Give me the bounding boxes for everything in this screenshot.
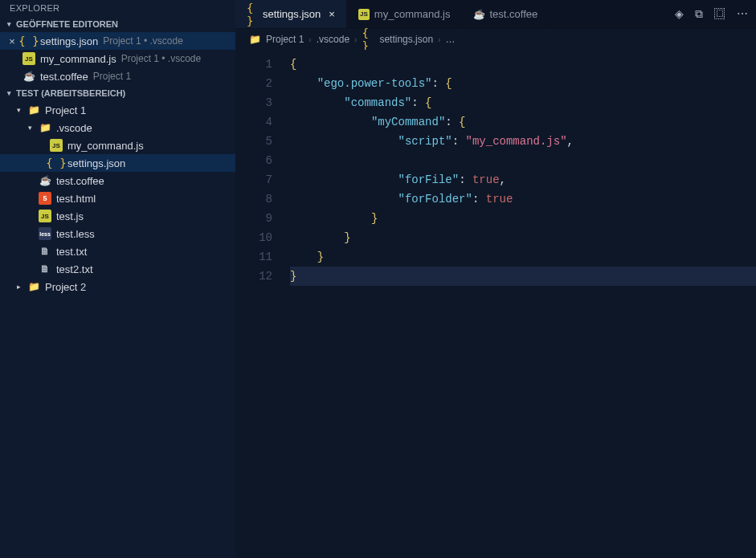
breadcrumb-item[interactable]: settings.json [379,34,433,45]
line-number: 11 [235,247,272,267]
code-line[interactable]: } [290,247,756,267]
workspace-header[interactable]: ▾ TEST (ARBEITSBEREICH) [0,85,235,101]
line-number: 8 [235,189,272,209]
code-line[interactable]: } [290,228,756,247]
breadcrumb-item[interactable]: Project 1 [266,34,304,45]
chevron-right-icon: › [354,35,357,44]
tree-folder[interactable]: ▾📁Project 1 [0,101,235,119]
open-editor-item[interactable]: ×JSmy_command.jsProject 1 • .vscode [0,50,235,67]
code-line[interactable]: "forFile": true, [290,170,756,189]
explorer-sidebar: EXPLORER ▾ GEÖFFNETE EDITOREN ×{ }settin… [0,0,235,558]
file-name: test.coffee [40,71,88,83]
line-number: 1 [235,55,272,74]
breadcrumb-item[interactable]: .vscode [317,34,349,45]
js-icon: JS [22,52,35,65]
tree-file[interactable]: 🗎test.txt [0,242,235,260]
code-line[interactable]: "forFolder": true [290,189,756,209]
node-label: test.html [56,193,96,205]
code-line[interactable]: "commands": { [290,93,756,112]
line-number: 12 [235,267,272,286]
node-label: test2.txt [56,263,93,275]
open-editor-item[interactable]: ×{ }settings.jsonProject 1 • .vscode [0,32,235,50]
code-line[interactable]: "ego.power-tools": { [290,74,756,93]
explorer-title: EXPLORER [0,0,235,16]
line-number: 10 [235,228,272,247]
js-icon: JS [39,210,51,222]
tree-folder[interactable]: ▸📁Project 2 [0,278,235,295]
chevron-right-icon: ▸ [14,283,22,291]
editor-tab[interactable]: JSmy_command.js [347,0,463,28]
tree-file[interactable]: { }settings.json [0,154,235,172]
line-number: 9 [235,209,272,228]
title-action-icon[interactable]: ⧉ [695,7,703,21]
title-action-icon[interactable]: ⋯ [737,7,748,21]
file-subpath: Project 1 [93,71,131,82]
code-line[interactable]: } [290,209,756,228]
code-line[interactable]: "myCommand": { [290,112,756,132]
folder-root-icon: 📁 [27,104,40,116]
tree-file[interactable]: ☕test.coffee [0,172,235,189]
tree-file[interactable]: 🗎test2.txt [0,260,235,278]
txt-icon: 🗎 [39,263,51,275]
node-label: test.txt [56,246,87,258]
js-icon: JS [358,9,370,20]
open-editors-list: ×{ }settings.jsonProject 1 • .vscode×JSm… [0,32,235,85]
coffee-icon: ☕ [474,9,485,20]
node-label: Project 2 [45,281,86,293]
line-number: 3 [235,93,272,112]
tree-folder[interactable]: ▾📁.vscode [0,119,235,136]
chevron-down-icon: ▾ [5,89,13,97]
tab-bar: { }settings.json×JSmy_command.js☕test.co… [235,0,756,29]
code-line[interactable]: { [290,55,756,74]
tree-file[interactable]: lesstest.less [0,225,235,242]
coffee-icon: ☕ [22,70,35,83]
open-editor-item[interactable]: ×☕test.coffeeProject 1 [0,67,235,85]
code-line[interactable]: } [290,267,756,286]
breadcrumb[interactable]: 📁Project 1›.vscode›{ }settings.json›… [235,29,756,50]
chevron-down-icon: ▾ [14,106,22,114]
title-action-icon[interactable]: ◈ [675,7,684,21]
line-number: 7 [235,170,272,189]
code-line[interactable] [290,151,756,170]
file-tree: ▾📁Project 1▾📁.vscode JSmy_command.js { }… [0,101,235,295]
workspace-title: TEST (ARBEITSBEREICH) [16,88,125,98]
node-label: settings.json [67,157,125,169]
code-content[interactable]: { "ego.power-tools": { "commands": { "my… [284,50,756,558]
close-icon[interactable]: × [329,8,335,20]
tree-file[interactable]: JSmy_command.js [0,136,235,154]
line-number: 4 [235,112,272,132]
coffee-icon: ☕ [39,174,51,187]
breadcrumb-item[interactable]: … [445,34,455,45]
editor-title-actions: ◈⧉⿴⋯ [675,7,756,21]
code-line[interactable]: "script": "my_command.js", [290,132,756,151]
tab-label: my_command.js [374,8,451,20]
folder-vscode-icon: 📁 [39,121,51,134]
tab-label: settings.json [263,8,321,20]
file-name: settings.json [40,35,98,47]
json-icon: { } [22,35,35,47]
close-icon[interactable]: × [6,35,18,47]
tree-file[interactable]: 5test.html [0,189,235,207]
open-editors-title: GEÖFFNETE EDITOREN [16,19,118,29]
node-label: test.less [56,228,95,240]
chevron-down-icon: ▾ [5,20,13,28]
folder-root-icon: 📁 [27,280,40,293]
folder-icon: 📁 [248,33,261,46]
line-number: 2 [235,74,272,93]
editor-tab[interactable]: { }settings.json× [235,0,347,28]
title-action-icon[interactable]: ⿴ [714,7,725,21]
chevron-right-icon: › [309,35,311,44]
txt-icon: 🗎 [39,245,51,258]
node-label: test.coffee [56,175,104,187]
code-editor[interactable]: 123456789101112 { "ego.power-tools": { "… [235,50,756,558]
file-subpath: Project 1 • .vscode [103,35,183,47]
file-subpath: Project 1 • .vscode [121,53,202,64]
chevron-right-icon: › [438,35,440,44]
html-icon: 5 [39,192,51,205]
line-number: 6 [235,151,272,170]
tab-label: test.coffee [490,8,538,20]
editor-tab[interactable]: ☕test.coffee [463,0,550,28]
open-editors-header[interactable]: ▾ GEÖFFNETE EDITOREN [0,16,235,32]
tree-file[interactable]: JStest.js [0,207,235,225]
json-icon: { } [247,9,258,20]
